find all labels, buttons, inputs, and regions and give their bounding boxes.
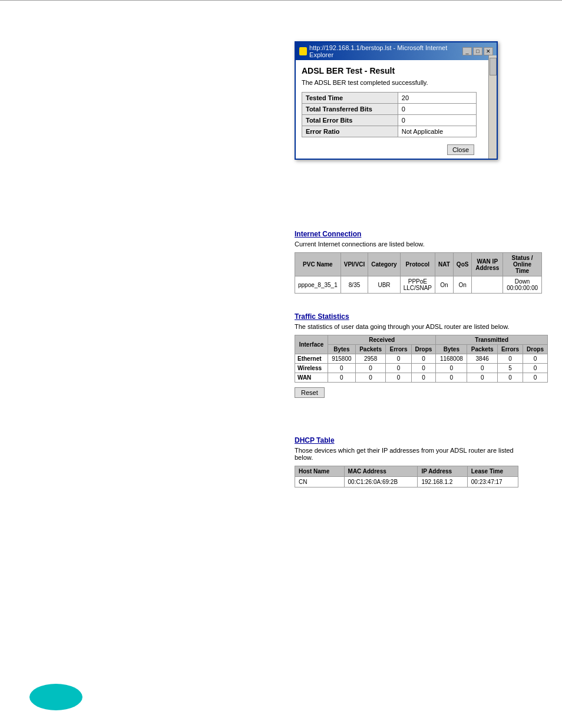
error-ratio-label: Error Ratio xyxy=(302,126,398,137)
rx-packets: 2958 xyxy=(355,354,386,364)
col-category: Category xyxy=(368,253,400,276)
col-ip-address: IP Address xyxy=(418,466,467,477)
interface-wireless: Wireless xyxy=(295,364,328,373)
tx-bytes: 0 xyxy=(436,364,467,373)
col-tx-bytes: Bytes xyxy=(436,345,467,354)
rx-bytes: 915800 xyxy=(328,354,355,364)
col-wan-ip: WAN IP Address xyxy=(472,253,503,276)
mac-address-cell: 00:C1:26:0A:69:2B xyxy=(344,477,418,487)
dhcp-table-desc: Those devices which get their IP address… xyxy=(295,447,518,461)
internet-connection-table: PVC Name VPI/VCI Category Protocol NAT Q… xyxy=(295,252,542,294)
col-pvc-name: PVC Name xyxy=(295,253,341,276)
rx-drops: 0 xyxy=(411,373,436,383)
status-cell: Down00:00:00:00 xyxy=(503,276,542,294)
rx-errors: 0 xyxy=(386,364,411,373)
ie-scrollbar[interactable] xyxy=(488,55,497,159)
maximize-button[interactable]: □ xyxy=(473,47,482,55)
host-name-cell: CN xyxy=(295,477,345,487)
tested-time-value: 20 xyxy=(398,93,476,104)
lease-time-cell: 00:23:47:17 xyxy=(467,477,518,487)
ber-result-table: Tested Time 20 Total Transferred Bits 0 … xyxy=(302,92,477,137)
ip-address-cell: 192.168.1.2 xyxy=(418,477,467,487)
vpi-vci-cell: 8/35 xyxy=(340,276,368,294)
ie-titlebar-text: http://192.168.1.1/berstop.lst - Microso… xyxy=(309,44,462,58)
traffic-subheader-row: Bytes Packets Errors Drops Bytes Packets… xyxy=(295,345,548,354)
traffic-statistics-section: Traffic Statistics The statistics of use… xyxy=(295,312,548,398)
rx-errors: 0 xyxy=(386,373,411,383)
table-row: Total Transferred Bits 0 xyxy=(302,104,477,115)
dhcp-table: Host Name MAC Address IP Address Lease T… xyxy=(295,466,518,487)
dhcp-table-section: DHCP Table Those devices which get their… xyxy=(295,436,518,487)
ie-content: ADSL BER Test - Result The ADSL BER test… xyxy=(296,60,488,150)
col-host-name: Host Name xyxy=(295,466,345,477)
ie-scrollbar-thumb[interactable] xyxy=(490,58,497,75)
col-rx-errors: Errors xyxy=(386,345,411,354)
tx-packets: 3846 xyxy=(467,354,498,364)
col-status: Status / Online Time xyxy=(503,253,542,276)
rx-packets: 0 xyxy=(355,364,386,373)
rx-drops: 0 xyxy=(411,364,436,373)
pvc-name-cell: pppoe_8_35_1 xyxy=(295,276,341,294)
category-cell: UBR xyxy=(368,276,400,294)
tx-bytes: 0 xyxy=(436,373,467,383)
reset-button[interactable]: Reset xyxy=(295,387,325,398)
col-rx-packets: Packets xyxy=(355,345,386,354)
rx-packets: 0 xyxy=(355,373,386,383)
col-lease-time: Lease Time xyxy=(467,466,518,477)
table-row: Error Ratio Not Applicable xyxy=(302,126,477,137)
traffic-header-span-row: Interface Received Transmitted xyxy=(295,335,548,345)
rx-bytes: 0 xyxy=(328,373,355,383)
col-rx-drops: Drops xyxy=(411,345,436,354)
table-row: Tested Time 20 xyxy=(302,93,477,104)
internet-connection-title: Internet Connection xyxy=(295,230,542,238)
ber-result-subtitle: The ADSL BER test completed successfully… xyxy=(302,79,477,86)
rx-bytes: 0 xyxy=(328,364,355,373)
minimize-button[interactable]: _ xyxy=(462,47,472,55)
total-transferred-bits-label: Total Transferred Bits xyxy=(302,104,398,115)
nat-cell: On xyxy=(435,276,454,294)
col-received: Received xyxy=(328,335,435,345)
dhcp-header-row: Host Name MAC Address IP Address Lease T… xyxy=(295,466,518,477)
ber-close-button[interactable]: Close xyxy=(447,144,474,155)
traffic-stats-desc: The statistics of user data going throug… xyxy=(295,323,548,330)
col-interface: Interface xyxy=(295,335,328,354)
col-tx-errors: Errors xyxy=(498,345,523,354)
col-transmitted: Transmitted xyxy=(436,335,548,345)
traffic-stats-table: Interface Received Transmitted Bytes Pac… xyxy=(295,335,548,383)
table-row: WAN 0 0 0 0 0 0 0 0 xyxy=(295,373,548,383)
interface-ethernet: Ethernet xyxy=(295,354,328,364)
dhcp-table-title: DHCP Table xyxy=(295,436,518,444)
table-row: CN 00:C1:26:0A:69:2B 192.168.1.2 00:23:4… xyxy=(295,477,518,487)
tx-bytes: 1168008 xyxy=(436,354,467,364)
tx-drops: 0 xyxy=(523,373,548,383)
table-row: Wireless 0 0 0 0 0 0 5 0 xyxy=(295,364,548,373)
tx-packets: 0 xyxy=(467,373,498,383)
col-tx-packets: Packets xyxy=(467,345,498,354)
table-header-row: PVC Name VPI/VCI Category Protocol NAT Q… xyxy=(295,253,542,276)
tx-drops: 0 xyxy=(523,364,548,373)
table-row: Total Error Bits 0 xyxy=(302,115,477,126)
tx-errors: 0 xyxy=(498,373,523,383)
col-mac-address: MAC Address xyxy=(344,466,418,477)
close-button[interactable]: ✕ xyxy=(484,47,493,55)
table-row: pppoe_8_35_1 8/35 UBR PPPoELLC/SNAP On O… xyxy=(295,276,542,294)
rx-errors: 0 xyxy=(386,354,411,364)
top-divider xyxy=(0,0,562,1)
rx-drops: 0 xyxy=(411,354,436,364)
col-tx-drops: Drops xyxy=(523,345,548,354)
col-rx-bytes: Bytes xyxy=(328,345,355,354)
tested-time-label: Tested Time xyxy=(302,93,398,104)
col-qos: QoS xyxy=(453,253,472,276)
error-ratio-value: Not Applicable xyxy=(398,126,476,137)
interface-wan: WAN xyxy=(295,373,328,383)
wan-ip-cell xyxy=(472,276,503,294)
total-error-bits-label: Total Error Bits xyxy=(302,115,398,126)
table-row: Ethernet 915800 2958 0 0 1168008 3846 0 … xyxy=(295,354,548,364)
traffic-stats-title: Traffic Statistics xyxy=(295,312,548,321)
cyan-oval-decoration xyxy=(29,684,82,710)
tx-drops: 0 xyxy=(523,354,548,364)
ie-logo-icon xyxy=(299,47,307,55)
total-transferred-bits-value: 0 xyxy=(398,104,476,115)
ie-titlebar: http://192.168.1.1/berstop.lst - Microso… xyxy=(296,42,497,60)
tx-errors: 0 xyxy=(498,354,523,364)
